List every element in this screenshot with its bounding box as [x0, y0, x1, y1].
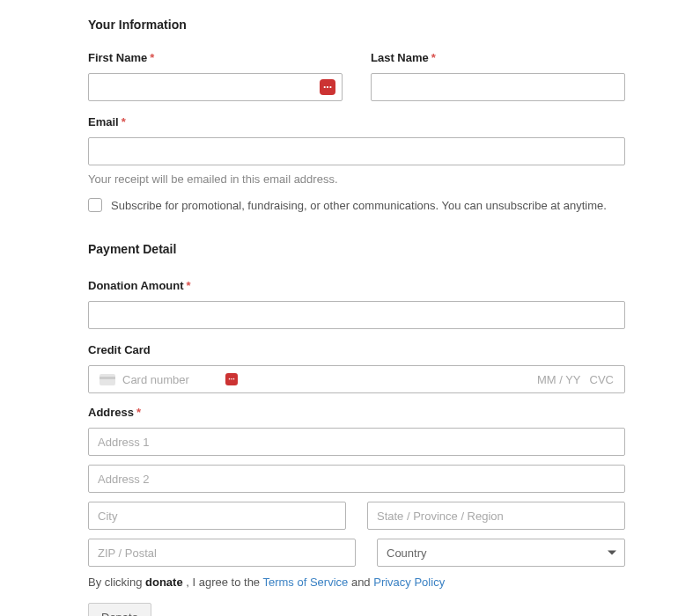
your-information-heading: Your Information	[88, 18, 625, 32]
subscribe-checkbox[interactable]	[88, 198, 102, 212]
email-input[interactable]	[88, 137, 625, 165]
email-hint: Your receipt will be emailed in this ema…	[88, 172, 625, 186]
first-name-label: First Name*	[88, 51, 343, 64]
required-asterisk: *	[150, 51, 154, 64]
city-input[interactable]	[88, 502, 346, 530]
payment-detail-heading: Payment Detail	[88, 242, 625, 256]
required-asterisk: *	[122, 115, 126, 128]
address1-input[interactable]	[88, 428, 625, 456]
last-name-label: Last Name*	[371, 51, 625, 64]
required-asterisk: *	[136, 406, 141, 419]
first-name-input[interactable]	[88, 73, 343, 101]
country-select[interactable]: Country	[377, 539, 625, 567]
donation-amount-input[interactable]	[88, 301, 625, 329]
last-name-input[interactable]	[371, 73, 625, 101]
privacy-link[interactable]: Privacy Policy	[373, 576, 445, 589]
card-number-placeholder: Card number	[122, 373, 537, 386]
password-manager-icon[interactable]	[225, 373, 238, 385]
card-cvc-placeholder: CVC	[590, 373, 614, 386]
credit-card-label: Credit Card	[88, 343, 625, 356]
subscribe-label: Subscribe for promotional, fundraising, …	[111, 199, 607, 212]
legal-text: By clicking donate , I agree to the Term…	[88, 576, 625, 589]
zip-input[interactable]	[88, 539, 356, 567]
state-input[interactable]	[367, 502, 625, 530]
card-expiry-placeholder: MM / YY	[537, 373, 581, 386]
card-icon	[99, 374, 115, 385]
donate-button[interactable]: Donate	[88, 603, 151, 616]
donation-amount-label: Donation Amount*	[88, 279, 625, 292]
required-asterisk: *	[431, 51, 436, 64]
email-label: Email*	[88, 115, 625, 128]
address2-input[interactable]	[88, 465, 625, 493]
password-manager-icon[interactable]	[320, 79, 335, 95]
required-asterisk: *	[187, 279, 191, 292]
tos-link[interactable]: Terms of Service	[262, 576, 348, 589]
credit-card-input[interactable]: Card number MM / YY CVC	[88, 365, 625, 393]
address-label: Address*	[88, 406, 625, 419]
